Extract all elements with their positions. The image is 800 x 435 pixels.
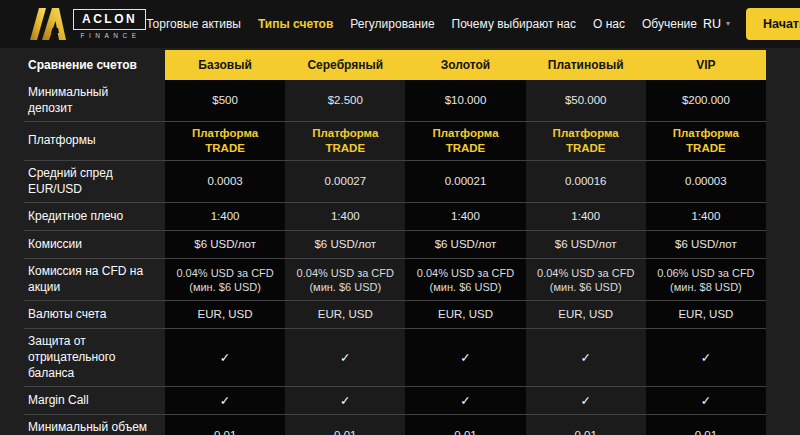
table-cell: 0.0003 — [165, 161, 285, 202]
table-cell: ✓ — [646, 387, 766, 414]
column-header: Серебряный — [285, 50, 405, 80]
table-row: Валюты счетаEUR, USDEUR, USDEUR, USDEUR,… — [24, 301, 766, 329]
nav-link[interactable]: Регулирование — [350, 17, 434, 31]
table-cell: 0.04% USD за CFD (мин. $6 USD) — [526, 259, 646, 300]
row-label: Платформы — [24, 122, 165, 160]
table-cell: $6 USD/лот — [165, 231, 285, 258]
table-cell: Платформа TRADE — [165, 122, 285, 160]
table-cell: 0.00016 — [526, 161, 646, 202]
table-cell: ✓ — [285, 329, 405, 386]
row-label: Защита от отрицательного баланса — [24, 329, 165, 386]
nav-link[interactable]: Типы счетов — [258, 17, 333, 31]
table-cell: ✓ — [526, 387, 646, 414]
table-cell: $50.000 — [526, 80, 646, 121]
table-cell: EUR, USD — [526, 301, 646, 328]
column-header: VIP — [646, 50, 766, 80]
table-cell: 0.04% USD за CFD (мин. $6 USD) — [405, 259, 525, 300]
table-row: ПлатформыПлатформа TRADEПлатформа TRADEП… — [24, 122, 766, 161]
table-cell: 0.01 — [646, 415, 766, 435]
table-cell: $6 USD/лот — [405, 231, 525, 258]
table-cell: 0.01 — [165, 415, 285, 435]
table-cell: 0.00021 — [405, 161, 525, 202]
table-cell: $6 USD/лот — [646, 231, 766, 258]
aclon-logo[interactable]: ACLON FINANCE — [30, 8, 146, 40]
table-cell: $6 USD/лот — [526, 231, 646, 258]
row-label: Margin Call — [24, 387, 165, 414]
table-cell: Платформа TRADE — [405, 122, 525, 160]
main-nav: Торговые активыТипы счетовРегулированиеП… — [146, 17, 697, 31]
row-label: Комиссия на CFD на акции — [24, 259, 165, 300]
nav-link[interactable]: Почему выбирают нас — [452, 17, 576, 31]
table-cell: ✓ — [285, 387, 405, 414]
topbar: ACLON FINANCE Торговые активыТипы счетов… — [0, 0, 800, 48]
table-row: Комиссии$6 USD/лот$6 USD/лот$6 USD/лот$6… — [24, 231, 766, 259]
nav-link[interactable]: О нас — [593, 17, 625, 31]
table-row: Минимальный депозит$500$2.500$10.000$50.… — [24, 80, 766, 122]
table-cell: ✓ — [405, 329, 525, 386]
table-cell: EUR, USD — [165, 301, 285, 328]
table-cell: ✓ — [405, 387, 525, 414]
row-label: Средний спред EUR/USD — [24, 161, 165, 202]
brand-name: ACLON — [73, 9, 146, 30]
nav-link[interactable]: Торговые активы — [146, 17, 241, 31]
nav-link[interactable]: Обучение — [642, 17, 697, 31]
table-cell: $200.000 — [646, 80, 766, 121]
table-cell: 1:400 — [526, 203, 646, 230]
aclon-logo-icon — [30, 8, 66, 40]
table-cell: 1:400 — [285, 203, 405, 230]
table-cell: Платформа TRADE — [285, 122, 405, 160]
table-cell: 0.00003 — [646, 161, 766, 202]
language-label: RU — [703, 17, 721, 31]
row-label: Минимальный депозит — [24, 80, 165, 121]
table-cell: EUR, USD — [285, 301, 405, 328]
table-row: Кредитное плечо1:4001:4001:4001:4001:400 — [24, 203, 766, 231]
table-cell: ✓ — [646, 329, 766, 386]
table-cell: ✓ — [165, 387, 285, 414]
table-cell: 0.04% USD за CFD (мин. $6 USD) — [285, 259, 405, 300]
table-cell: 0.00027 — [285, 161, 405, 202]
column-header: Платиновый — [526, 50, 646, 80]
table-cell: ✓ — [526, 329, 646, 386]
row-label: Валюты счета — [24, 301, 165, 328]
table-row: Средний спред EUR/USD0.00030.000270.0002… — [24, 161, 766, 203]
table-cell: 1:400 — [165, 203, 285, 230]
table-cell: 0.06% USD за CFD (мин. $8 USD) — [646, 259, 766, 300]
table-cell: 0.01 — [526, 415, 646, 435]
table-cell: 1:400 — [405, 203, 525, 230]
table-cell: Платформа TRADE — [646, 122, 766, 160]
column-header: Базовый — [165, 50, 285, 80]
row-label: Комиссии — [24, 231, 165, 258]
table-cell: $500 — [165, 80, 285, 121]
table-row: Минимальный объем сделки на FX (лоты)0.0… — [24, 415, 766, 435]
table-cell: 0.01 — [285, 415, 405, 435]
table-header-row: Сравнение счетов БазовыйСеребряныйЗолото… — [24, 50, 766, 80]
language-selector[interactable]: RU ▾ — [703, 17, 730, 31]
table-cell: EUR, USD — [405, 301, 525, 328]
table-cell: 0.04% USD за CFD (мин. $6 USD) — [165, 259, 285, 300]
table-row: Защита от отрицательного баланса✓✓✓✓✓ — [24, 329, 766, 387]
table-cell: 0.01 — [405, 415, 525, 435]
table-cell: $10.000 — [405, 80, 525, 121]
table-cell: $6 USD/лот — [285, 231, 405, 258]
table-cell: 1:400 — [646, 203, 766, 230]
chevron-down-icon: ▾ — [726, 20, 730, 28]
table-row: Комиссия на CFD на акции0.04% USD за CFD… — [24, 259, 766, 301]
column-header: Золотой — [405, 50, 525, 80]
row-label: Минимальный объем сделки на FX (лоты) — [24, 415, 165, 435]
table-row: Margin Call✓✓✓✓✓ — [24, 387, 766, 415]
row-label: Кредитное плечо — [24, 203, 165, 230]
table-body: Минимальный депозит$500$2.500$10.000$50.… — [24, 80, 766, 435]
start-now-button[interactable]: Начать Сейчас — [746, 8, 800, 40]
table-cell: $2.500 — [285, 80, 405, 121]
accounts-comparison-table: Сравнение счетов БазовыйСеребряныйЗолото… — [24, 50, 766, 435]
table-cell: Платформа TRADE — [526, 122, 646, 160]
table-cell: EUR, USD — [646, 301, 766, 328]
brand-subtitle: FINANCE — [79, 32, 141, 39]
table-cell: ✓ — [165, 329, 285, 386]
table-corner-label: Сравнение счетов — [24, 50, 165, 80]
